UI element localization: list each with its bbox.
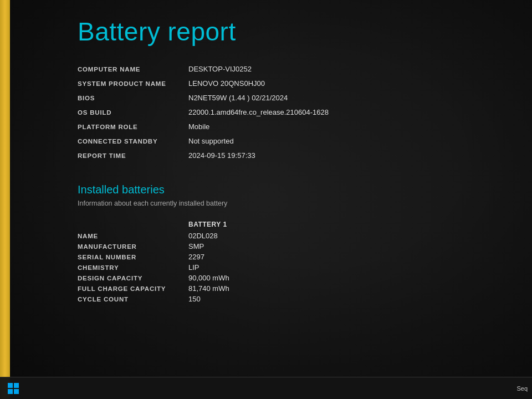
value-report-time: 2024-09-15 19:57:33 <box>188 150 410 161</box>
value-connected-standby: Not supported <box>188 135 410 147</box>
bat-label-full-charge: FULL CHARGE CAPACITY <box>78 284 188 293</box>
bat-label-design-capacity: DESIGN CAPACITY <box>78 274 188 282</box>
value-system-product-name: LENOVO 20QNS0HJ00 <box>188 78 410 89</box>
label-os-build: OS BUILD <box>78 106 188 118</box>
svg-rect-2 <box>8 389 13 394</box>
taskbar: Seq <box>0 377 532 399</box>
battery-col-header: BATTERY 1 <box>188 221 277 228</box>
label-report-time: REPORT TIME <box>78 150 188 161</box>
svg-rect-1 <box>14 383 19 388</box>
battery-header-row: BATTERY 1 <box>78 221 532 228</box>
start-button[interactable] <box>4 380 22 397</box>
battery-section: Installed batteries Information about ea… <box>78 183 532 303</box>
label-connected-standby: CONNECTED STANDBY <box>78 135 188 147</box>
value-os-build: 22000.1.amd64fre.co_release.210604-1628 <box>188 106 410 118</box>
battery-spacer <box>78 221 188 228</box>
value-computer-name: DESKTOP-VIJ0252 <box>188 63 410 75</box>
bat-value-chemistry: LIP <box>188 263 277 272</box>
value-bios: N2NET59W (1.44 ) 02/21/2024 <box>188 92 410 104</box>
main-content: Battery report COMPUTER NAME DESKTOP-VIJ… <box>0 0 532 303</box>
battery-section-title: Installed batteries <box>78 183 532 196</box>
svg-rect-3 <box>14 389 19 394</box>
label-computer-name: COMPUTER NAME <box>78 63 188 75</box>
bat-value-cycle-count: 150 <box>188 295 277 303</box>
bat-value-full-charge: 81,740 mWh <box>188 284 277 293</box>
bat-value-name: 02DL028 <box>188 232 277 240</box>
windows-logo-icon <box>8 383 19 394</box>
bat-label-manufacturer: MANUFACTURER <box>78 242 188 250</box>
bat-value-manufacturer: SMP <box>188 242 277 250</box>
bat-value-design-capacity: 90,000 mWh <box>188 274 277 282</box>
bat-label-chemistry: CHEMISTRY <box>78 263 188 272</box>
taskbar-time: Seq <box>516 385 528 392</box>
label-bios: BIOS <box>78 92 188 104</box>
bat-label-serial: SERIAL NUMBER <box>78 253 188 261</box>
battery-data-rows: NAME 02DL028 MANUFACTURER SMP SERIAL NUM… <box>78 232 532 303</box>
label-platform-role: PLATFORM ROLE <box>78 121 188 132</box>
bat-label-name: NAME <box>78 232 188 240</box>
system-info-table: COMPUTER NAME DESKTOP-VIJ0252 SYSTEM PRO… <box>78 63 532 161</box>
bat-value-serial: 2297 <box>188 253 277 261</box>
page-title: Battery report <box>78 17 532 47</box>
screen: Battery report COMPUTER NAME DESKTOP-VIJ… <box>0 0 532 399</box>
taskbar-right: Seq <box>516 385 528 392</box>
label-system-product-name: SYSTEM PRODUCT NAME <box>78 78 188 89</box>
svg-rect-0 <box>8 383 13 388</box>
battery-table: BATTERY 1 NAME 02DL028 MANUFACTURER SMP … <box>78 221 532 303</box>
monitor-left-edge <box>0 0 10 399</box>
battery-section-subtitle: Information about each currently install… <box>78 200 532 207</box>
bat-label-cycle-count: CYCLE COUNT <box>78 295 188 303</box>
value-platform-role: Mobile <box>188 121 410 132</box>
